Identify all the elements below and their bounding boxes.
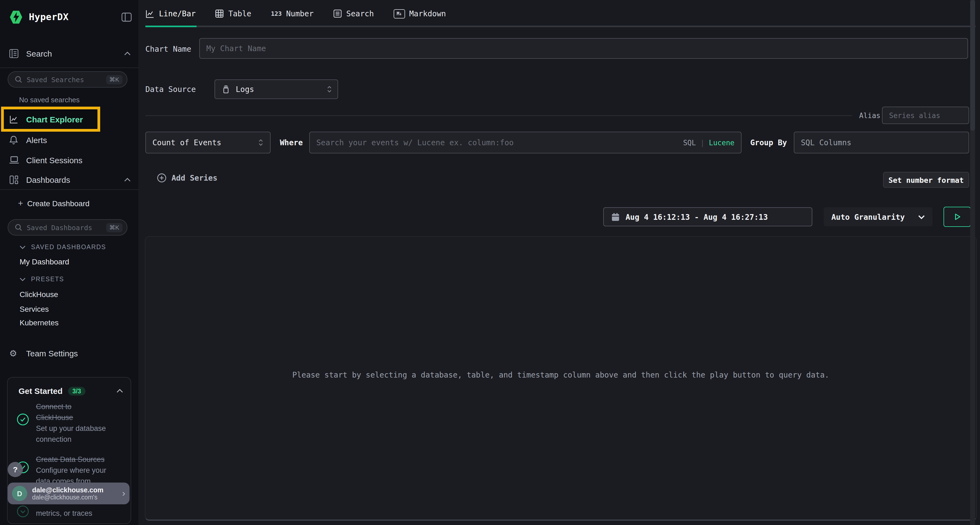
help-button[interactable]: ? [8, 462, 23, 477]
where-field: SQL | Lucene [309, 132, 741, 154]
user-email: dale@clickhouse.com [32, 486, 120, 494]
tab-label: Number [286, 9, 313, 18]
chevron-down-icon [20, 277, 25, 281]
tab-number[interactable]: 123 Number [271, 9, 313, 18]
user-team: dale@clickhouse.com's [32, 494, 120, 501]
database-icon [221, 85, 230, 94]
list-icon [333, 9, 342, 18]
series-alias-input[interactable] [883, 111, 969, 119]
tab-label: Table [228, 9, 251, 18]
chevron-up-icon[interactable] [124, 178, 130, 181]
sidebar-item-client-sessions[interactable]: Client Sessions [0, 152, 138, 168]
tab-markdown[interactable]: M↓ Markdown [393, 9, 446, 18]
presets-group-header[interactable]: PRESETS [20, 276, 64, 282]
saved-dashboards-placeholder: Saved Dashboards [27, 223, 106, 232]
sidebar-item-my-dashboard[interactable]: My Dashboard [20, 257, 69, 266]
chart-explorer-highlight: Chart Explorer [1, 106, 100, 132]
sql-toggle-option[interactable]: SQL [683, 138, 696, 147]
bell-icon [9, 135, 18, 144]
where-label: Where [280, 138, 303, 147]
granularity-select[interactable]: Auto Granularity [824, 207, 932, 226]
play-icon [953, 213, 961, 221]
tab-search[interactable]: Search [333, 9, 374, 18]
date-range-value: Aug 4 16:12:13 - Aug 4 16:27:13 [625, 213, 768, 221]
vertical-scrollbar[interactable] [970, 0, 975, 525]
add-series-button[interactable]: Add Series [157, 173, 218, 183]
get-started-header[interactable]: Get Started 3/3 [19, 386, 123, 395]
data-source-value: Logs [236, 85, 254, 94]
tab-line-bar[interactable]: Line/Bar [145, 9, 196, 18]
sidebar-item-label: Search [26, 49, 52, 58]
scrollbar-thumb[interactable] [970, 0, 975, 130]
shortcut-badge: ⌘K [106, 75, 123, 84]
hyperdx-logo-icon [9, 10, 24, 24]
create-dashboard-button[interactable]: + Create Dashboard [0, 196, 138, 211]
task-title: Connect to ClickHouse [36, 401, 108, 423]
group-label: SAVED DASHBOARDS [31, 244, 106, 250]
saved-searches-placeholder: Saved Searches [27, 75, 106, 84]
chart-name-input[interactable] [200, 44, 967, 53]
group-by-input[interactable] [794, 138, 969, 147]
alias-label: Alias [859, 111, 880, 120]
group-by-label: Group By [750, 138, 787, 147]
sidebar-item-label: Team Settings [26, 349, 78, 358]
get-started-title: Get Started [19, 386, 63, 395]
divider [0, 67, 138, 68]
calendar-icon [611, 213, 620, 221]
chevron-up-icon[interactable] [116, 389, 123, 393]
saved-dashboards-group-header[interactable]: SAVED DASHBOARDS [20, 244, 106, 250]
get-started-item[interactable]: Create Data Sources Configure where your… [36, 454, 122, 487]
set-number-format-button[interactable]: Set number format [883, 172, 969, 188]
table-grid-icon [215, 9, 224, 18]
saved-searches-input[interactable]: Saved Searches ⌘K [8, 71, 127, 87]
chevron-down-icon [918, 215, 925, 219]
query-language-toggle: SQL | Lucene [683, 138, 741, 147]
sidebar-item-label: Alerts [26, 135, 47, 144]
collapse-sidebar-icon[interactable] [121, 12, 132, 22]
sidebar-item-team-settings[interactable]: ⚙ Team Settings [0, 346, 138, 361]
chart-preview-panel: Please start by selecting a database, ta… [145, 236, 977, 521]
tab-label: Markdown [409, 9, 446, 18]
select-chevrons-icon [258, 138, 264, 147]
group-label: PRESETS [31, 276, 64, 282]
sidebar-item-chart-explorer[interactable]: Chart Explorer [4, 109, 97, 129]
gear-icon: ⚙ [9, 348, 17, 358]
sidebar-item-kubernetes[interactable]: Kubernetes [20, 318, 59, 327]
sidebar-item-label: Client Sessions [26, 155, 83, 165]
sidebar-item-dashboards[interactable]: Dashboards [0, 172, 138, 187]
sidebar: HyperDX Search Sa [0, 0, 138, 525]
empty-state-message: Please start by selecting a database, ta… [145, 371, 976, 379]
get-started-item[interactable]: metrics, or traces [36, 508, 122, 519]
aggregation-select[interactable]: Count of Events [145, 132, 270, 154]
user-info: dale@clickhouse.com dale@clickhouse.com'… [32, 486, 120, 501]
lucene-toggle-option[interactable]: Lucene [709, 138, 735, 147]
run-query-button[interactable] [943, 207, 971, 227]
main-content: Line/Bar Table 123 Number Search M↓ Ma [138, 0, 980, 525]
where-search-input[interactable] [310, 138, 683, 147]
date-range-picker[interactable]: Aug 4 16:12:13 - Aug 4 16:27:13 [603, 207, 812, 226]
data-source-label: Data Source [145, 85, 196, 94]
chart-name-label: Chart Name [145, 44, 191, 53]
sidebar-item-services[interactable]: Services [20, 305, 49, 313]
chevron-up-icon[interactable] [124, 51, 130, 55]
sidebar-item-label: Chart Explorer [26, 114, 83, 124]
markdown-icon: M↓ [393, 9, 405, 18]
check-circle-icon [17, 505, 29, 517]
chart-name-field [199, 38, 968, 59]
tab-table[interactable]: Table [215, 9, 251, 18]
sidebar-item-search[interactable]: Search [0, 46, 138, 61]
line-chart-icon [145, 9, 154, 18]
saved-dashboards-input[interactable]: Saved Dashboards ⌘K [8, 219, 127, 236]
divider [0, 189, 138, 190]
tab-label: Search [346, 9, 374, 18]
sidebar-item-clickhouse[interactable]: ClickHouse [20, 290, 58, 299]
user-menu[interactable]: D dale@clickhouse.com dale@clickhouse.co… [8, 482, 130, 504]
plus-icon: + [18, 198, 23, 208]
chevron-down-icon [20, 245, 25, 249]
sidebar-item-alerts[interactable]: Alerts [0, 132, 138, 148]
get-started-item[interactable]: Connect to ClickHouse Set up your databa… [36, 401, 122, 445]
logo-row: HyperDX [9, 9, 132, 25]
group-by-field [794, 132, 969, 154]
data-source-select[interactable]: Logs [215, 79, 338, 99]
create-dashboard-label: Create Dashboard [27, 199, 89, 208]
